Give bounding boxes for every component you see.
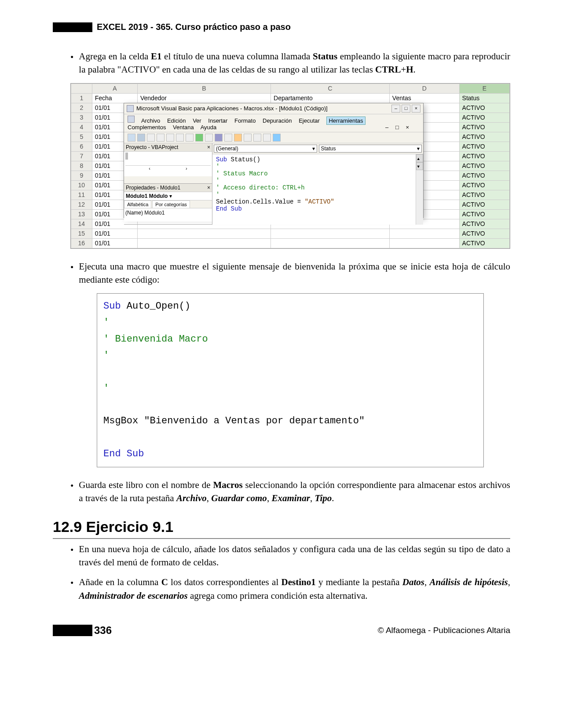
- row-header: 1: [71, 93, 92, 103]
- col-header: B: [137, 84, 271, 93]
- page-content: • Agrega en la celda E1 el título de una…: [53, 50, 510, 602]
- panel-titlebar: Propiedades - Módulo1 ×: [124, 184, 212, 192]
- panel-close-icon[interactable]: ×: [207, 185, 210, 191]
- toolbar-paste-icon[interactable]: [166, 134, 174, 142]
- doc-minimize-button[interactable]: –: [385, 124, 388, 131]
- toolbar-toolbox-icon[interactable]: [263, 134, 271, 142]
- maximize-button[interactable]: □: [402, 105, 410, 113]
- vba-toolbar: [124, 132, 423, 143]
- toolbar-run-icon[interactable]: [195, 134, 203, 142]
- data-cell: Status: [459, 93, 509, 103]
- toolbar-cut-icon[interactable]: [147, 134, 155, 142]
- procedure-combo[interactable]: Status▾: [319, 145, 422, 153]
- tab-categorized[interactable]: Por categorías: [152, 200, 190, 208]
- toolbar-redo-icon[interactable]: [186, 134, 194, 142]
- panel-close-icon[interactable]: ×: [207, 144, 210, 150]
- props-tabs: Alfabética Por categorías: [124, 200, 212, 208]
- data-cell: Departamento: [271, 93, 390, 103]
- module-selector[interactable]: Módulo1 Módulo: [126, 193, 168, 199]
- toolbar-undo-icon[interactable]: [176, 134, 184, 142]
- col-header: D: [389, 84, 459, 93]
- menu-item[interactable]: Archivo: [141, 117, 160, 124]
- vba-editor-window: Microsoft Visual Basic para Aplicaciones…: [124, 103, 424, 218]
- menu-item[interactable]: Ventana: [173, 124, 194, 131]
- object-combo[interactable]: (General)▾: [214, 145, 317, 153]
- bullet-icon: •: [70, 261, 73, 287]
- col-header: C: [271, 84, 390, 93]
- bullet-icon: •: [70, 576, 73, 602]
- close-button[interactable]: ×: [412, 105, 420, 113]
- scrollbar[interactable]: ▴▾: [416, 154, 423, 225]
- toolbar-help-icon[interactable]: [273, 134, 281, 142]
- vba-logo-icon: [128, 116, 135, 123]
- header-bar-icon: [53, 22, 92, 32]
- vba-code-pane: (General)▾ Status▾ Sub Status() ' ' Stat…: [212, 143, 423, 225]
- bullet-item: • Guarda este libro con el nombre de Mac…: [70, 478, 510, 505]
- code-block: Sub Auto_Open() ' ' Bienvenida Macro ' '…: [97, 293, 484, 467]
- toolbar-copy-icon[interactable]: [157, 134, 165, 142]
- toolbar-reset-icon[interactable]: [215, 134, 223, 142]
- page-header: EXCEL 2019 - 365. Curso práctico paso a …: [53, 22, 510, 32]
- menu-item[interactable]: Ver: [193, 117, 201, 124]
- menu-item[interactable]: Edición: [167, 117, 186, 124]
- menu-item[interactable]: Formato: [234, 117, 256, 124]
- vba-titlebar: Microsoft Visual Basic para Aplicaciones…: [124, 103, 423, 114]
- bullet-item: • Ejecuta una macro que muestre el sigui…: [70, 260, 510, 287]
- data-cell: Ventas: [389, 93, 459, 103]
- scroll-down-icon[interactable]: ▾: [416, 162, 423, 170]
- minimize-button[interactable]: –: [391, 105, 400, 113]
- toolbar-object-icon[interactable]: [253, 134, 261, 142]
- page-number: 336: [94, 624, 112, 637]
- page-footer: 336 © Alfaomega - Publicaciones Altaria: [53, 620, 510, 637]
- code-editor[interactable]: Sub Status() ' ' Status Macro ' ' Acceso…: [212, 154, 423, 225]
- doc-close-button[interactable]: ×: [406, 124, 409, 131]
- bullet-text: En una nueva hoja de cálculo, añade los …: [79, 542, 510, 569]
- toolbar-design-icon[interactable]: [224, 134, 232, 142]
- col-header: E: [459, 84, 509, 93]
- toolbar-excel-icon[interactable]: [128, 134, 135, 142]
- col-header: A: [92, 84, 137, 93]
- bullet-item: • Agrega en la celda E1 el título de una…: [70, 50, 510, 76]
- bullet-text: Ejecuta una macro que muestre el siguien…: [79, 260, 510, 287]
- bullet-item: • En una nueva hoja de cálculo, añade lo…: [70, 542, 510, 569]
- bullet-icon: •: [70, 479, 73, 505]
- project-explorer-panel: Proyecto - VBAProject × ‹›: [124, 143, 212, 184]
- tab-alphabetic[interactable]: Alfabética: [124, 200, 151, 208]
- scroll-up-icon[interactable]: ▴: [416, 154, 423, 162]
- toolbar-properties-icon[interactable]: [244, 134, 252, 142]
- vba-body: Proyecto - VBAProject × ‹›: [124, 143, 423, 225]
- menu-item[interactable]: Complementos: [128, 124, 166, 131]
- section-heading: 12.9 Ejercicio 9.1: [53, 518, 510, 539]
- toolbar-save-icon[interactable]: [137, 134, 145, 142]
- project-tree[interactable]: ‹›: [124, 152, 212, 176]
- properties-panel: Propiedades - Módulo1 × Módulo1 Módulo ▾…: [124, 184, 212, 225]
- copyright-text: © Alfaomega - Publicaciones Altaria: [378, 626, 510, 635]
- chevron-down-icon: ▾: [312, 146, 315, 152]
- menu-item[interactable]: Ejecutar: [299, 117, 320, 124]
- footer-left: 336: [53, 624, 112, 637]
- menu-item[interactable]: Ayuda: [201, 124, 217, 131]
- doc-restore-button[interactable]: □: [395, 124, 399, 131]
- chevron-down-icon: ▾: [417, 146, 420, 152]
- bullet-text: Agrega en la celda E1 el título de una n…: [79, 50, 510, 76]
- menu-item[interactable]: Insertar: [208, 117, 227, 124]
- bullet-icon: •: [70, 51, 73, 76]
- tree-folder-icon: [127, 153, 128, 160]
- book-page: EXCEL 2019 - 365. Curso práctico paso a …: [0, 0, 563, 650]
- panel-title: Propiedades - Módulo1: [126, 185, 180, 191]
- select-all-cell: [71, 84, 92, 93]
- bullet-text: Guarda este libro con el nombre de Macro…: [79, 478, 510, 505]
- data-cell: Vendedor: [137, 93, 271, 103]
- data-cell: Fecha: [92, 93, 137, 103]
- toolbar-break-icon[interactable]: [205, 134, 213, 142]
- vba-left-pane: Proyecto - VBAProject × ‹›: [124, 143, 212, 225]
- app-icon: [127, 105, 134, 112]
- header-title: EXCEL 2019 - 365. Curso práctico paso a …: [97, 22, 291, 32]
- toolbar-project-icon[interactable]: [234, 134, 242, 142]
- props-grid[interactable]: (Name) Módulo1: [124, 208, 212, 222]
- menu-item-highlighted[interactable]: Herramientas: [326, 116, 365, 125]
- window-title: Microsoft Visual Basic para Aplicaciones…: [136, 105, 390, 112]
- menu-item[interactable]: Depuración: [263, 117, 292, 124]
- bullet-icon: •: [70, 543, 73, 569]
- bullet-text: Añade en la columna C los datos correspo…: [79, 575, 510, 602]
